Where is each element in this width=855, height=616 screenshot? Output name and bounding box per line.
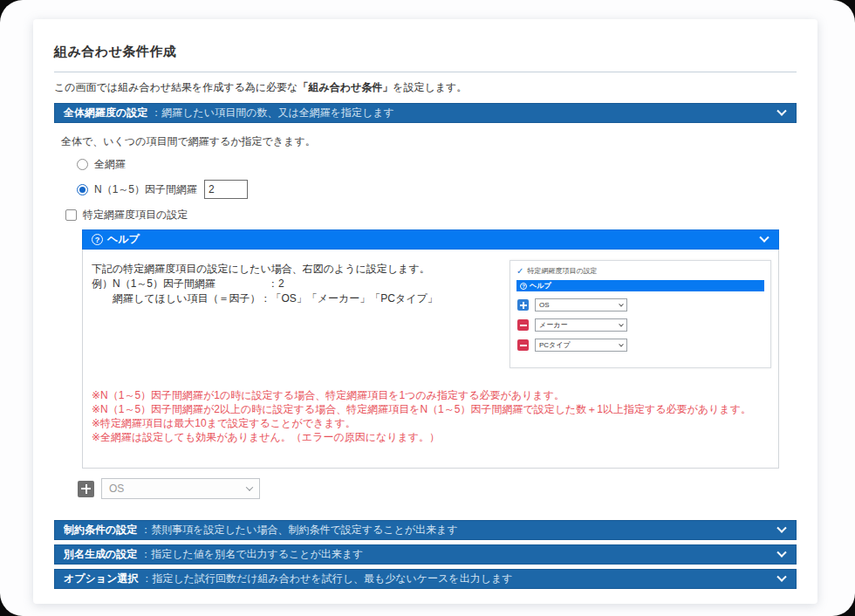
page-description-text: この画面では組み合わせ結果を作成する為に必要な <box>54 81 298 93</box>
section-header-coverage-label: 全体網羅度の設定 <box>64 106 147 120</box>
chevron-down-icon <box>619 321 624 326</box>
chevron-down-icon <box>246 483 253 490</box>
warning-note: ※特定網羅項目は最大10まで設定することができます。 <box>92 416 770 430</box>
remove-icon <box>517 319 529 331</box>
factor-select-value: OS <box>109 483 124 495</box>
section-header-alias-desc: ：指定した値を別名で出力することが出来ます <box>140 547 363 562</box>
help-warning-notes: ※N（1～5）因子間網羅が1の時に設定する場合、特定網羅項目を1つのみ指定する必… <box>92 388 770 444</box>
example-factor-value: OS <box>539 301 550 309</box>
checkbox-specific-coverage[interactable]: 特定網羅度項目の設定 <box>65 208 797 222</box>
checked-checkbox-icon: ✓ <box>516 268 523 275</box>
remove-icon <box>517 339 529 351</box>
section-header-coverage-desc: ：網羅したい項目間の数、又は全網羅を指定します <box>151 106 394 120</box>
add-factor-button[interactable] <box>78 481 94 497</box>
radio-full-coverage-label: 全網羅 <box>94 157 126 172</box>
example-help-header-label: ヘルプ <box>530 281 551 291</box>
content-card: 組み合わせ条件作成 この画面では組み合わせ結果を作成する為に必要な「組み合わせ条… <box>33 19 817 604</box>
chevron-down-icon[interactable] <box>759 232 769 242</box>
chevron-down-icon[interactable] <box>776 572 786 581</box>
radio-n-factor-coverage[interactable]: N（1～5）因子間網羅 <box>77 180 797 199</box>
radio-unselected-icon[interactable] <box>77 159 88 170</box>
radio-dot <box>79 187 86 193</box>
help-body: 下記の特定網羅度項目の設定にしたい場合、右図のように設定します。 例）N（1～5… <box>82 250 779 469</box>
section-header-coverage[interactable]: 全体網羅度の設定 ：網羅したい項目間の数、又は全網羅を指定します <box>54 103 797 123</box>
example-checkbox-label: 特定網羅度項目の設定 <box>527 266 597 276</box>
radio-n-factor-label: N（1～5）因子間網羅 <box>94 182 197 197</box>
section-header-options-desc: ：指定した試行回数だけ組み合わせを試行し、最も少ないケースを出力します <box>141 572 512 586</box>
checkbox-unchecked-icon[interactable] <box>65 209 77 221</box>
help-example-image: ✓ 特定網羅度項目の設定 ? ヘルプ OS <box>510 260 771 368</box>
page-description: この画面では組み合わせ結果を作成する為に必要な「組み合わせ条件」を設定します。 <box>54 80 797 95</box>
help-icon: ? <box>92 234 103 245</box>
example-factor-row: OS <box>517 298 764 311</box>
add-factor-row: OS <box>78 478 797 499</box>
radio-full-coverage[interactable]: 全網羅 <box>77 157 797 172</box>
help-panel: ? ヘルプ 下記の特定網羅度項目の設定にしたい場合、右図のように設定します。 例… <box>82 229 779 469</box>
app-window: 組み合わせ条件作成 この画面では組み合わせ結果を作成する為に必要な「組み合わせ条… <box>0 0 855 616</box>
warning-note: ※全網羅は設定しても効果がありません。（エラーの原因になります。） <box>92 430 770 444</box>
page-title: 組み合わせ条件作成 <box>54 44 797 60</box>
example-factor-select: OS <box>535 298 627 311</box>
chevron-down-icon[interactable] <box>776 106 786 115</box>
example-factor-row: PCタイプ <box>517 339 764 352</box>
chevron-down-icon[interactable] <box>776 523 786 532</box>
checkbox-specific-coverage-label: 特定網羅度項目の設定 <box>83 208 188 222</box>
coverage-section-body: 全体で、いくつの項目間で網羅するか指定できます。 全網羅 N（1～5）因子間網羅… <box>54 123 797 499</box>
section-header-constraints[interactable]: 制約条件の設定 ：禁則事項を設定したい場合、制約条件で設定することが出来ます <box>54 520 797 540</box>
chevron-down-icon <box>619 301 624 306</box>
coverage-instruction: 全体で、いくつの項目間で網羅するか指定できます。 <box>61 134 797 149</box>
example-factor-row: メーカー <box>517 318 764 332</box>
section-header-constraints-label: 制約条件の設定 <box>64 523 137 537</box>
example-factor-value: メーカー <box>539 320 567 330</box>
warning-note: ※N（1～5）因子間網羅が2以上の時に設定する場合、特定網羅項目をN（1～5）因… <box>92 402 770 416</box>
section-header-alias-label: 別名生成の設定 <box>64 547 137 562</box>
example-factor-select: PCタイプ <box>535 339 627 352</box>
example-factor-value: PCタイプ <box>539 340 571 350</box>
title-divider <box>54 72 797 72</box>
example-factor-select: メーカー <box>535 318 627 332</box>
warning-note: ※N（1～5）因子間網羅が1の時に設定する場合、特定網羅項目を1つのみ指定する必… <box>92 388 770 402</box>
add-icon <box>517 299 529 311</box>
section-header-alias[interactable]: 別名生成の設定 ：指定した値を別名で出力することが出来ます <box>54 544 797 565</box>
page-description-emphasis: 「組み合わせ条件」 <box>298 81 393 93</box>
section-header-options[interactable]: オプション選択 ：指定した試行回数だけ組み合わせを試行し、最も少ないケースを出力… <box>54 569 797 589</box>
help-header-label: ヘルプ <box>107 232 140 247</box>
n-factor-input[interactable] <box>204 180 248 199</box>
example-help-header: ? ヘルプ <box>516 280 764 291</box>
example-checkbox-row: ✓ 特定網羅度項目の設定 <box>516 266 764 276</box>
help-icon: ? <box>520 283 527 290</box>
section-header-options-label: オプション選択 <box>64 572 138 586</box>
chevron-down-icon[interactable] <box>776 547 786 557</box>
collapsed-sections: 制約条件の設定 ：禁則事項を設定したい場合、制約条件で設定することが出来ます 別… <box>54 520 797 589</box>
radio-selected-icon[interactable] <box>77 184 88 195</box>
chevron-down-icon <box>619 341 624 346</box>
factor-select[interactable]: OS <box>101 478 260 499</box>
help-header[interactable]: ? ヘルプ <box>82 229 779 250</box>
page-description-tail: を設定します。 <box>393 81 467 93</box>
section-header-constraints-desc: ：禁則事項を設定したい場合、制約条件で設定することが出来ます <box>140 523 457 537</box>
